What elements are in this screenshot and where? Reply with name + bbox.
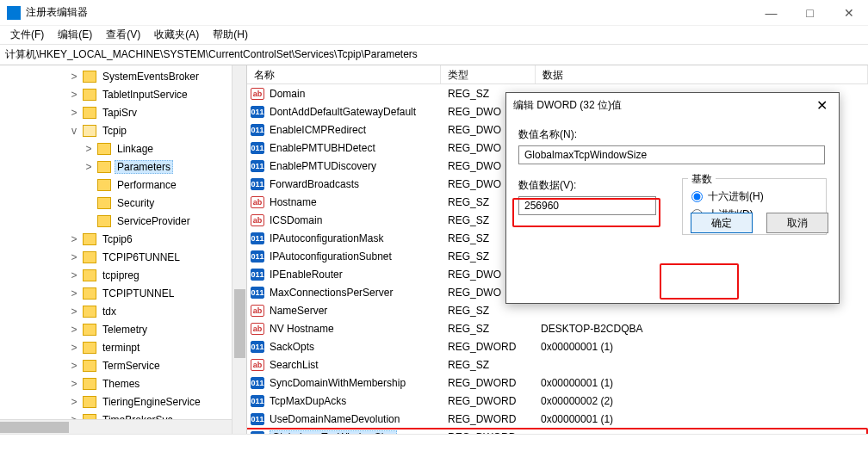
tree-node[interactable]: >Parameters — [0, 158, 246, 176]
list-header: 名称 类型 数据 — [247, 65, 868, 84]
tree-node[interactable]: >SystemEventsBroker — [0, 67, 246, 85]
row-name: EnablePMTUBHDetect — [270, 142, 375, 154]
dword-value-icon: 011 — [251, 269, 264, 281]
tree-node[interactable]: >TieringEngineService — [0, 392, 246, 411]
row-data: 0x00000001 (1) — [536, 377, 868, 389]
tree-node[interactable]: >TabletInputService — [0, 85, 246, 103]
list-row[interactable]: 011GlobalmaxTcpWindowSizeREG_DWORD — [247, 428, 868, 434]
chevron-right-icon[interactable]: > — [69, 378, 79, 390]
list-row[interactable]: 011SyncDomainWithMembershipREG_DWORD0x00… — [247, 374, 868, 392]
tree-node[interactable]: >tdx — [0, 302, 246, 320]
tree-node[interactable]: >TCPIPTUNNEL — [0, 284, 246, 302]
menu-file[interactable]: 文件(F) — [3, 26, 51, 44]
tree-node[interactable]: >Tcpip6 — [0, 230, 246, 248]
dword-value-icon: 011 — [251, 431, 264, 435]
col-type[interactable]: 类型 — [441, 65, 536, 83]
value-name-input[interactable] — [518, 145, 825, 164]
tree-node[interactable]: >Linkage — [0, 139, 246, 158]
list-row[interactable]: abNameServerREG_SZ — [247, 301, 868, 319]
radio-hex[interactable]: 十六进制(H) — [691, 189, 817, 204]
folder-icon — [83, 287, 96, 300]
row-name: SyncDomainWithMembership — [270, 377, 406, 389]
list-row[interactable]: abSearchListREG_SZ — [247, 355, 868, 374]
row-name: EnablePMTUDiscovery — [270, 160, 376, 172]
folder-icon — [83, 89, 96, 101]
chevron-right-icon[interactable]: > — [69, 287, 79, 300]
chevron-right-icon[interactable]: > — [69, 89, 79, 101]
row-name: NV Hostname — [270, 323, 334, 335]
string-value-icon: ab — [251, 305, 264, 317]
maximize-button[interactable]: □ — [790, 0, 829, 26]
tree-node[interactable]: >tcpipreg — [0, 266, 246, 284]
list-row[interactable]: 011TcpMaxDupAcksREG_DWORD0x00000002 (2) — [247, 392, 868, 410]
list-row[interactable]: 011UseDomainNameDevolutionREG_DWORD0x000… — [247, 410, 868, 428]
address-bar[interactable]: 计算机\HKEY_LOCAL_MACHINE\SYSTEM\CurrentCon… — [0, 45, 868, 65]
tree-node[interactable]: >Performance — [0, 176, 246, 194]
radio-hex-input[interactable] — [691, 191, 703, 202]
dialog-close-button[interactable]: ✕ — [811, 97, 832, 114]
chevron-right-icon[interactable]: > — [69, 360, 79, 372]
tree-node[interactable]: >TermService — [0, 356, 246, 374]
cancel-button[interactable]: 取消 — [766, 213, 828, 233]
menu-bar: 文件(F) 编辑(E) 查看(V) 收藏夹(A) 帮助(H) — [0, 26, 868, 45]
close-button[interactable]: ✕ — [829, 0, 868, 26]
row-name: SearchList — [270, 359, 319, 371]
row-name: MaxConnectionsPerServer — [270, 287, 393, 299]
col-name[interactable]: 名称 — [247, 65, 441, 83]
row-name: UseDomainNameDevolution — [270, 413, 400, 425]
chevron-right-icon[interactable]: > — [69, 233, 79, 245]
tree-node[interactable]: >TCPIP6TUNNEL — [0, 248, 246, 266]
tree-hscrollbar[interactable] — [0, 419, 232, 434]
list-row[interactable]: abNV HostnameREG_SZDESKTOP-B2CDQBA — [247, 319, 868, 337]
string-value-icon: ab — [251, 214, 264, 226]
menu-favorites[interactable]: 收藏夹(A) — [147, 26, 206, 44]
col-data[interactable]: 数据 — [536, 65, 868, 83]
folder-icon — [83, 251, 96, 263]
tree-node[interactable]: >Themes — [0, 374, 246, 392]
chevron-right-icon[interactable]: > — [84, 143, 94, 155]
folder-icon — [83, 324, 96, 336]
minimize-button[interactable]: — — [752, 0, 790, 26]
chevron-right-icon[interactable]: > — [69, 342, 79, 354]
row-type: REG_SZ — [441, 323, 536, 335]
row-name: IPEnableRouter — [270, 269, 343, 281]
chevron-right-icon[interactable]: > — [69, 71, 79, 83]
tree-node-label: Performance — [115, 178, 179, 192]
tree-node[interactable]: >terminpt — [0, 338, 246, 356]
row-name: SackOpts — [270, 341, 314, 353]
value-name-label: 数值名称(N): — [518, 127, 827, 142]
chevron-right-icon[interactable]: > — [69, 107, 79, 119]
list-row[interactable]: 011SackOptsREG_DWORD0x00000001 (1) — [247, 337, 868, 355]
menu-edit[interactable]: 编辑(E) — [51, 26, 99, 44]
dialog-titlebar[interactable]: 编辑 DWORD (32 位)值 ✕ — [506, 93, 839, 117]
chevron-right-icon[interactable]: > — [84, 161, 94, 173]
address-text: 计算机\HKEY_LOCAL_MACHINE\SYSTEM\CurrentCon… — [5, 47, 418, 62]
tree-vscroll-thumb[interactable] — [234, 289, 245, 358]
dword-value-icon: 011 — [251, 250, 264, 263]
tree-node[interactable]: >Security — [0, 194, 246, 212]
tree-node-label: Tcpip — [100, 124, 129, 138]
menu-view[interactable]: 查看(V) — [99, 26, 147, 44]
chevron-right-icon[interactable]: > — [69, 306, 79, 318]
title-bar: 注册表编辑器 — □ ✕ — [0, 0, 868, 26]
chevron-right-icon[interactable]: > — [69, 396, 79, 408]
tree-hscroll-thumb[interactable] — [0, 422, 69, 433]
row-data: 0x00000001 (1) — [536, 341, 868, 353]
tree-node[interactable]: >Telemetry — [0, 320, 246, 338]
value-data-input[interactable] — [518, 196, 656, 215]
folder-icon — [97, 143, 111, 155]
chevron-right-icon[interactable]: > — [69, 269, 79, 281]
chevron-down-icon[interactable]: v — [69, 125, 79, 137]
row-name: GlobalmaxTcpWindowSize — [270, 430, 397, 435]
string-value-icon: ab — [251, 359, 264, 371]
ok-button[interactable]: 确定 — [691, 213, 753, 233]
tree-node-label: terminpt — [100, 341, 142, 355]
row-type: REG_DWORD — [441, 377, 536, 389]
chevron-right-icon[interactable]: > — [69, 324, 79, 336]
tree-node[interactable]: >ServiceProvider — [0, 212, 246, 230]
tree-vscrollbar[interactable] — [232, 65, 246, 434]
tree-node[interactable]: >TapiSrv — [0, 103, 246, 121]
chevron-right-icon[interactable]: > — [69, 251, 79, 263]
menu-help[interactable]: 帮助(H) — [206, 26, 255, 44]
tree-node[interactable]: vTcpip — [0, 121, 246, 139]
